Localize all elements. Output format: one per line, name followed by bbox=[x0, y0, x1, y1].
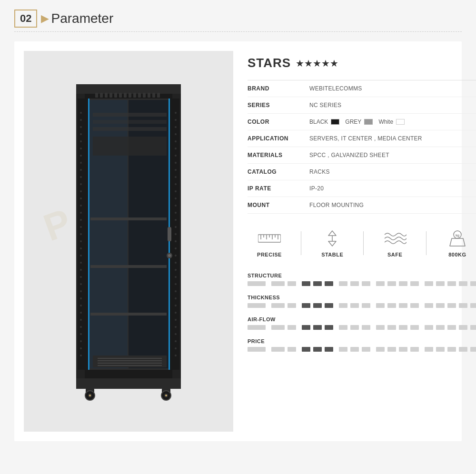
svg-point-55 bbox=[175, 183, 177, 185]
svg-rect-87 bbox=[90, 265, 167, 268]
spec-value-application: SERVERS, IT CENTER , MEDIA CENTER bbox=[309, 135, 422, 142]
bar-a3a bbox=[302, 325, 310, 330]
svg-rect-116 bbox=[148, 93, 150, 98]
svg-point-79 bbox=[175, 355, 177, 356]
bar-t3b bbox=[313, 303, 322, 308]
bar-s5d bbox=[410, 281, 419, 286]
bar-a6e bbox=[470, 325, 476, 330]
bar-p4a bbox=[339, 347, 347, 352]
svg-point-38 bbox=[80, 319, 82, 321]
color-white-swatch bbox=[396, 119, 405, 125]
feature-divider-1 bbox=[301, 231, 301, 255]
features-row: PRECISE STABLE bbox=[248, 224, 476, 262]
svg-point-67 bbox=[175, 269, 177, 271]
svg-rect-95 bbox=[98, 363, 162, 364]
bar-t2b bbox=[288, 303, 296, 308]
svg-rect-110 bbox=[119, 93, 122, 98]
bar-a5b bbox=[387, 325, 396, 330]
svg-point-58 bbox=[175, 205, 177, 207]
svg-point-26 bbox=[80, 233, 82, 235]
bar-s4b bbox=[350, 281, 359, 286]
svg-point-68 bbox=[175, 276, 177, 278]
svg-point-36 bbox=[80, 305, 82, 306]
svg-rect-86 bbox=[90, 217, 167, 220]
bar-t3a bbox=[302, 303, 310, 308]
header-arrow-icon: ▶ bbox=[41, 12, 49, 25]
rating-row-airflow: AIR-FLOW bbox=[248, 316, 476, 330]
svg-point-21 bbox=[80, 198, 82, 199]
ruler-icon bbox=[258, 229, 281, 248]
svg-point-14 bbox=[80, 148, 82, 149]
bar-p5b bbox=[387, 347, 396, 352]
bar-p3a bbox=[302, 347, 310, 352]
spec-value-brand: WEBITELECOMMS bbox=[309, 85, 362, 92]
product-title: STARS ★★★★★ bbox=[248, 56, 476, 70]
svg-point-17 bbox=[80, 169, 82, 171]
svg-rect-115 bbox=[143, 93, 146, 98]
svg-point-72 bbox=[175, 305, 177, 306]
color-grey-label: GREY bbox=[345, 118, 361, 125]
bar-s6a bbox=[425, 281, 433, 286]
svg-point-25 bbox=[80, 226, 82, 228]
svg-rect-106 bbox=[100, 93, 103, 98]
bar-t5a bbox=[376, 303, 385, 308]
svg-point-78 bbox=[175, 347, 177, 349]
feature-safe: SAFE bbox=[383, 229, 407, 257]
spec-label-materials: MATERIALS bbox=[248, 152, 300, 158]
color-black-swatch bbox=[331, 119, 339, 125]
svg-point-52 bbox=[175, 162, 177, 164]
bar-s2 bbox=[271, 281, 285, 286]
bar-p6a bbox=[425, 347, 433, 352]
spec-table: BRAND WEBITELECOMMS SERIES NC SERIES COL… bbox=[248, 80, 476, 214]
svg-point-20 bbox=[80, 190, 82, 192]
svg-point-54 bbox=[175, 176, 177, 178]
svg-marker-127 bbox=[328, 231, 336, 236]
svg-point-104 bbox=[165, 395, 167, 396]
bar-p2b bbox=[288, 347, 296, 352]
cabinet-image bbox=[62, 75, 195, 408]
svg-point-70 bbox=[175, 290, 177, 292]
bar-s5c bbox=[399, 281, 407, 286]
svg-point-46 bbox=[175, 119, 177, 121]
feature-safe-label: SAFE bbox=[387, 252, 402, 257]
svg-point-42 bbox=[80, 347, 82, 349]
svg-text:kg: kg bbox=[456, 234, 459, 237]
svg-point-77 bbox=[175, 340, 177, 342]
svg-point-31 bbox=[80, 269, 82, 271]
spec-row-color: COLOR BLACK GREY White bbox=[248, 114, 476, 130]
svg-point-74 bbox=[175, 319, 177, 321]
svg-point-65 bbox=[175, 255, 177, 257]
feature-stable-label: STABLE bbox=[321, 252, 343, 257]
bar-p3c bbox=[325, 347, 333, 352]
bar-t5d bbox=[410, 303, 419, 308]
svg-point-53 bbox=[175, 169, 177, 171]
spec-label-brand: BRAND bbox=[248, 85, 300, 92]
color-grey-swatch bbox=[364, 119, 373, 125]
svg-rect-84 bbox=[93, 127, 167, 131]
svg-rect-105 bbox=[95, 93, 98, 98]
svg-point-76 bbox=[175, 333, 177, 335]
svg-point-60 bbox=[175, 219, 177, 221]
svg-point-103 bbox=[89, 395, 91, 396]
product-name: STARS bbox=[248, 56, 291, 70]
svg-point-33 bbox=[80, 283, 82, 285]
svg-point-49 bbox=[175, 140, 177, 142]
bar-s4c bbox=[362, 281, 370, 286]
svg-point-40 bbox=[80, 333, 82, 335]
svg-point-16 bbox=[80, 162, 82, 164]
bar-p6e bbox=[470, 347, 476, 352]
color-black-label: BLACK bbox=[309, 118, 328, 125]
product-image-area: P bbox=[24, 51, 233, 432]
bar-s3a bbox=[302, 281, 310, 286]
rating-bars-airflow bbox=[248, 325, 476, 330]
spec-row-materials: MATERIALS SPCC , GALVANIZED SHEET bbox=[248, 147, 476, 164]
svg-rect-111 bbox=[124, 93, 127, 98]
bar-a5a bbox=[376, 325, 385, 330]
svg-point-10 bbox=[80, 119, 82, 121]
spec-label-iprate: IP RATE bbox=[248, 185, 300, 192]
svg-point-91 bbox=[168, 254, 171, 257]
bar-s3b bbox=[313, 281, 322, 286]
bar-t3c bbox=[325, 303, 333, 308]
svg-point-73 bbox=[175, 312, 177, 314]
svg-point-24 bbox=[80, 219, 82, 221]
